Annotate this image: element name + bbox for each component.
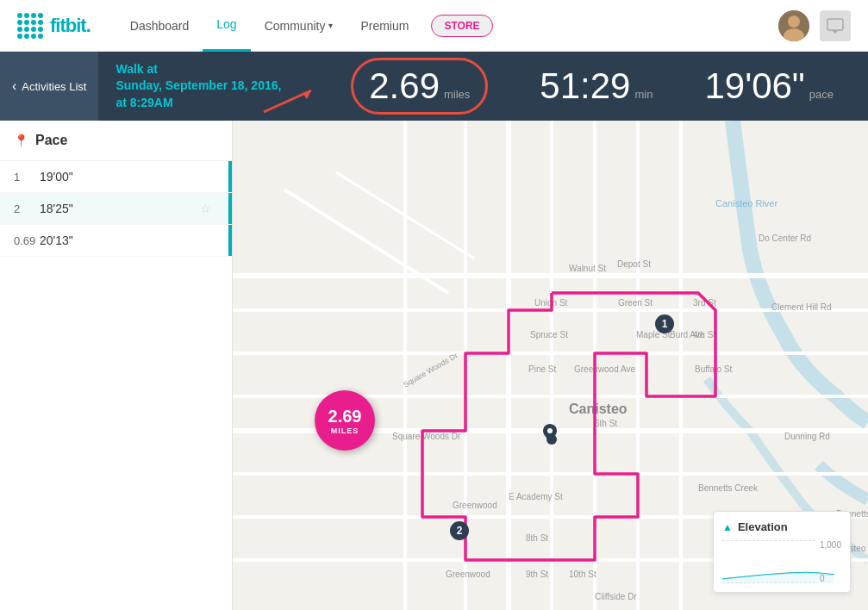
logo-dot xyxy=(38,13,43,18)
elevation-max: 1,000 xyxy=(820,540,841,550)
logo-dot xyxy=(17,20,22,25)
elevation-title: ▲ Elevation xyxy=(722,520,841,533)
logo-dot xyxy=(31,20,36,25)
logo-dot xyxy=(38,34,43,39)
svg-text:Greenwood: Greenwood xyxy=(453,501,497,510)
svg-text:Buffalo St: Buffalo St xyxy=(695,364,732,374)
svg-text:Walnut St: Walnut St xyxy=(569,264,606,273)
svg-text:Do Center Rd: Do Center Rd xyxy=(759,233,811,243)
start-pin xyxy=(543,424,557,445)
metric-time: 51:29 min xyxy=(514,65,678,107)
svg-text:8th St: 8th St xyxy=(526,533,548,543)
map-area[interactable]: Walnut St Union St Spruce St Pine St Gre… xyxy=(233,121,868,610)
avatar[interactable] xyxy=(778,10,809,41)
pace-bar xyxy=(228,161,232,192)
logo-dots xyxy=(17,13,43,39)
time-unit: min xyxy=(634,88,653,101)
logo-dot xyxy=(24,20,29,25)
logo-dot xyxy=(38,27,43,32)
svg-text:Dunning Rd: Dunning Rd xyxy=(784,432,830,441)
svg-text:Canisteo River: Canisteo River xyxy=(715,198,777,209)
svg-text:4th St: 4th St xyxy=(693,330,715,339)
elevation-bottom-line xyxy=(722,582,815,583)
route-badge: 2.69 MILES xyxy=(315,390,375,451)
svg-text:10th St: 10th St xyxy=(569,570,596,579)
distance-unit: miles xyxy=(444,88,470,101)
svg-text:E Academy St: E Academy St xyxy=(509,492,563,501)
svg-text:Depot St: Depot St xyxy=(617,259,651,269)
logo: fitbit. xyxy=(17,13,91,39)
svg-text:Spruce St: Spruce St xyxy=(530,330,568,339)
svg-text:Green St: Green St xyxy=(618,298,653,308)
pace-bar xyxy=(228,193,232,224)
logo-dot xyxy=(24,34,29,39)
pace-value: 18'25" xyxy=(40,202,200,215)
logo-dot xyxy=(31,13,36,18)
table-row: 1 19'00" xyxy=(0,161,232,193)
svg-text:6th St: 6th St xyxy=(595,419,617,428)
table-row: 2 18'25" ☆ xyxy=(0,193,232,225)
mountain-icon: ▲ xyxy=(722,521,733,533)
elevation-label: Elevation xyxy=(738,520,788,533)
stats-metrics: 2.69 miles 51:29 min 19'06" pace xyxy=(325,58,868,115)
svg-text:Square Woods Dr: Square Woods Dr xyxy=(392,432,461,441)
stats-bar: Activities List Walk atSunday, September… xyxy=(0,52,868,121)
elevation-box: ▲ Elevation 1,000 0 xyxy=(713,511,851,593)
map-pin-2: 2 xyxy=(450,521,469,540)
location-pin-icon: 📍 xyxy=(14,134,28,147)
table-row: 0.69 20'13" xyxy=(0,225,232,257)
badge-unit: MILES xyxy=(331,426,359,435)
elevation-labels: 1,000 0 xyxy=(820,540,841,583)
svg-text:Greenwood Ave: Greenwood Ave xyxy=(574,364,635,374)
svg-text:Canisteo: Canisteo xyxy=(569,401,628,416)
mile-number: 2 xyxy=(14,202,40,215)
metric-distance: 2.69 miles xyxy=(325,58,514,115)
activities-list-button[interactable]: Activities List xyxy=(0,52,98,121)
svg-text:Greenwood: Greenwood xyxy=(446,570,490,579)
svg-marker-5 xyxy=(303,90,311,99)
logo-text: fitbit. xyxy=(50,15,91,37)
chat-icon[interactable] xyxy=(820,10,851,41)
star-icon[interactable]: ☆ xyxy=(200,202,211,215)
main-content: 📍 Pace 1 19'00" 2 18'25" ☆ 0.69 20'13" xyxy=(0,121,868,610)
pace-value: 19'06" xyxy=(704,65,804,107)
main-nav: Dashboard Log Community Premium STORE xyxy=(116,0,778,52)
nav-premium[interactable]: Premium xyxy=(347,0,422,52)
logo-dot xyxy=(24,13,29,18)
time-value: 51:29 xyxy=(540,65,630,107)
mile-number: 1 xyxy=(14,171,40,184)
mile-number: 0.69 xyxy=(14,234,40,247)
pace-value: 19'00" xyxy=(40,170,218,184)
elevation-chart: 1,000 0 xyxy=(722,540,841,583)
elevation-graph xyxy=(722,540,834,583)
svg-text:Pine St: Pine St xyxy=(528,364,556,374)
metric-pace: 19'06" pace xyxy=(678,65,868,107)
nav-log[interactable]: Log xyxy=(203,0,250,52)
pace-bar xyxy=(228,225,232,256)
svg-text:Cliffside Dr: Cliffside Dr xyxy=(595,592,637,601)
distance-value: 2.69 xyxy=(369,65,440,107)
svg-text:Clement Hill Rd: Clement Hill Rd xyxy=(771,302,831,312)
logo-dot xyxy=(24,27,29,32)
elevation-top-line xyxy=(722,540,815,541)
header-right xyxy=(778,10,851,41)
map-pin-1: 1 xyxy=(655,314,674,333)
logo-dot xyxy=(31,34,36,39)
pace-value: 20'13" xyxy=(40,233,218,247)
logo-dot xyxy=(31,27,36,32)
nav-dashboard[interactable]: Dashboard xyxy=(116,0,203,52)
svg-text:9th St: 9th St xyxy=(526,570,548,579)
store-button[interactable]: STORE xyxy=(431,15,492,37)
left-panel: 📍 Pace 1 19'00" 2 18'25" ☆ 0.69 20'13" xyxy=(0,121,233,610)
logo-dot xyxy=(38,20,43,25)
nav-community[interactable]: Community xyxy=(251,0,347,52)
svg-point-55 xyxy=(547,428,553,433)
svg-rect-3 xyxy=(827,19,843,30)
logo-dot xyxy=(17,27,22,32)
pace-unit: pace xyxy=(809,88,834,101)
pace-header: 📍 Pace xyxy=(0,121,232,161)
header: fitbit. Dashboard Log Community Premium … xyxy=(0,0,868,52)
svg-text:Bennetts Creek: Bennetts Creek xyxy=(698,483,759,493)
logo-dot xyxy=(17,34,22,39)
logo-dot xyxy=(17,13,22,18)
